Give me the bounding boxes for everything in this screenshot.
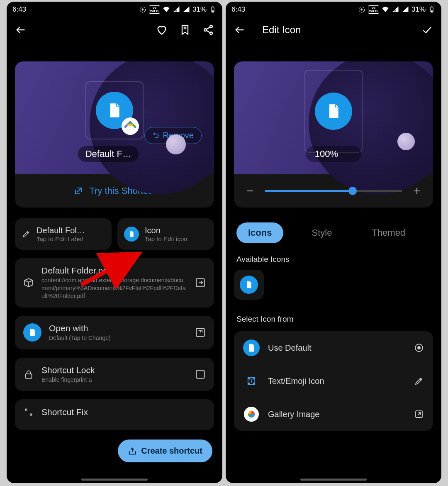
bookmark-icon[interactable] [179, 24, 191, 36]
svg-marker-5 [183, 7, 189, 12]
app-bar [7, 17, 222, 42]
open-with-card[interactable]: Open with Default (Tap to Change) [15, 316, 214, 349]
external-link-icon [414, 409, 424, 419]
svg-rect-32 [248, 383, 250, 384]
svg-marker-23 [402, 7, 408, 12]
tab-style[interactable]: Style [300, 222, 343, 243]
package-icon [23, 277, 34, 288]
source-text-label: Text/Emoji Icon [268, 376, 406, 386]
signal-icon: R [392, 6, 399, 13]
shortcut-preview-icon [315, 93, 352, 130]
google-photos-icon [244, 407, 259, 422]
label-title: Default Fol… [37, 226, 85, 235]
zoom-chip: 100% [306, 146, 361, 162]
vowifi-icon: VoWiFi1 [368, 5, 379, 14]
file-icon [325, 103, 342, 120]
pencil-icon [414, 376, 424, 386]
signal2-icon [183, 6, 190, 13]
home-indicator[interactable] [300, 479, 367, 481]
edit-label-card[interactable]: Default Fol… Tap to Edit Label [15, 218, 112, 250]
edit-icon-card[interactable]: Icon Tap to Edit icon [117, 218, 214, 250]
label-sub: Tap to Edit Label [37, 235, 85, 242]
wallpaper-decor [166, 134, 186, 154]
preview-icon-frame [304, 70, 363, 153]
open-with-sub: Default (Tap to Change) [49, 334, 187, 342]
tab-icons[interactable]: Icons [236, 222, 283, 243]
arrows-icon [23, 407, 34, 418]
shortcut-fix-card[interactable]: Shortcut Fix [15, 399, 214, 430]
svg-rect-15 [196, 370, 205, 379]
select-from-label: Select Icon from [234, 315, 433, 324]
status-bar: 6:43 VoWiFi1 R 31% [226, 2, 441, 17]
wifi-icon [163, 6, 170, 13]
file-icon [247, 343, 256, 352]
signal2-icon [402, 6, 409, 13]
zoom-slider[interactable] [265, 190, 402, 192]
external-link-icon [73, 186, 83, 196]
shortcut-lock-card[interactable]: Shortcut Lock Enable fingerprint a [15, 358, 214, 391]
file-icon [128, 231, 135, 237]
lock-title: Shortcut Lock [41, 365, 187, 375]
enter-icon [195, 277, 206, 288]
lock-sub: Enable fingerprint a [41, 376, 187, 384]
text-frame-icon [247, 376, 256, 386]
icon-sub: Tap to Edit icon [145, 235, 187, 242]
status-time: 6:43 [12, 5, 26, 14]
status-time: 6:43 [231, 5, 245, 14]
svg-point-28 [418, 347, 420, 349]
preview-wallpaper: Remove Default F… [15, 61, 214, 174]
open-with-icon [23, 323, 41, 342]
wifi-icon [382, 6, 389, 13]
svg-rect-14 [25, 374, 32, 379]
file-title: Default Folder.pdf [41, 266, 187, 276]
create-shortcut-fab[interactable]: Create shortcut [118, 440, 212, 462]
page-title: Edit Icon [262, 24, 301, 36]
share-icon[interactable] [202, 24, 214, 36]
signal-icon: R [173, 6, 180, 13]
svg-rect-7 [212, 7, 214, 7]
add-to-home-icon [128, 447, 137, 456]
zoom-out-button[interactable]: − [244, 184, 256, 198]
fab-label: Create shortcut [141, 446, 202, 456]
battery-icon [209, 6, 217, 13]
svg-text:R: R [175, 9, 177, 12]
available-icon-tile[interactable] [234, 270, 264, 300]
source-gallery[interactable]: Gallery Image [234, 398, 433, 431]
tab-themed[interactable]: Themed [360, 222, 417, 243]
lock-icon [23, 369, 34, 380]
slider-thumb[interactable] [348, 187, 357, 195]
svg-rect-31 [253, 378, 255, 379]
file-icon [245, 281, 253, 289]
battery-icon [428, 6, 436, 13]
file-sub: content://com.android.externalstorage.do… [41, 276, 187, 300]
source-default-label: Use Default [268, 343, 406, 353]
available-icons-label: Available Icons [234, 255, 433, 264]
undo-icon [152, 132, 160, 139]
preview-label-chip: Default F… [78, 146, 139, 162]
file-path-card[interactable]: Default Folder.pdf content://com.android… [15, 258, 214, 308]
svg-rect-33 [253, 383, 255, 384]
home-indicator[interactable] [81, 479, 148, 481]
heart-icon[interactable] [156, 24, 168, 36]
icon-source-card: Use Default Text/Emoji Icon Gallery Imag… [234, 331, 433, 431]
shortcut-preview-icon [96, 92, 133, 129]
data-saver-icon [358, 6, 365, 13]
data-saver-icon [139, 6, 146, 13]
zoom-in-button[interactable]: + [411, 184, 423, 198]
source-default[interactable]: Use Default [234, 331, 433, 364]
back-icon[interactable] [234, 24, 246, 36]
svg-rect-25 [431, 7, 433, 7]
source-text[interactable]: Text/Emoji Icon [234, 364, 433, 398]
tabs: Icons Style Themed [234, 222, 433, 243]
back-icon[interactable] [15, 24, 27, 36]
svg-rect-30 [248, 378, 250, 379]
screen-edit-icon: 6:43 VoWiFi1 R 31% Edit Icon [226, 2, 441, 483]
check-icon[interactable] [421, 24, 433, 36]
svg-rect-26 [431, 10, 433, 12]
status-bar: 6:43 VoWiFi1 R 31% [7, 2, 222, 17]
preview-wallpaper: 100% [234, 61, 433, 174]
file-icon [106, 102, 123, 119]
preview-icon-frame [85, 81, 144, 139]
checkbox-icon[interactable] [195, 369, 206, 380]
pencil-icon [22, 230, 31, 239]
